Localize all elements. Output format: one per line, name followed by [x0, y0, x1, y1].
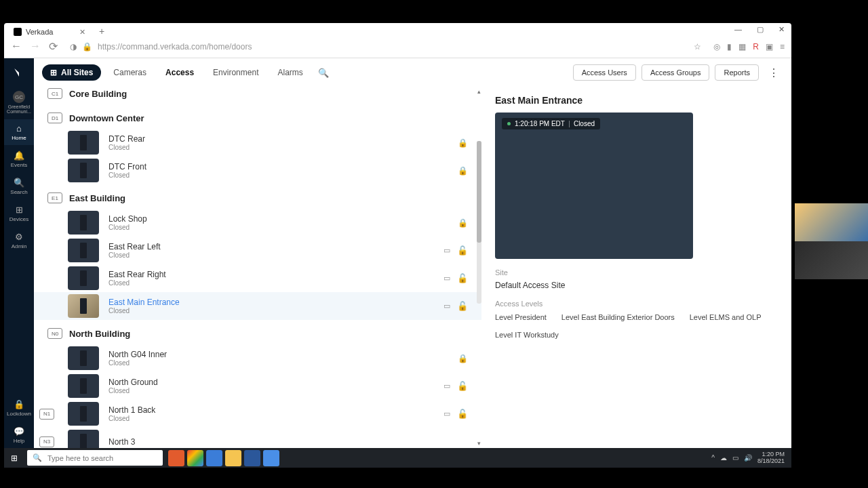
door-row[interactable]: N3North 3: [34, 428, 481, 448]
ext-icon-2[interactable]: ▮: [727, 42, 732, 52]
url-input[interactable]: ◑ 🔒 https://command.verkada.com/home/doo…: [64, 42, 707, 52]
task-icon-5[interactable]: [244, 450, 260, 466]
door-list[interactable]: ▴ ▾ C1Core BuildingD1Downtown CenterDTC …: [34, 87, 481, 448]
group-header[interactable]: D1Downtown Center: [34, 104, 481, 129]
access-level-item[interactable]: Level IT Workstudy: [495, 331, 559, 339]
card-reader-icon[interactable]: ▭: [443, 246, 450, 255]
door-row[interactable]: DTC FrontClosed🔒: [34, 157, 481, 184]
menu-icon[interactable]: ≡: [780, 42, 785, 52]
reports-button[interactable]: Reports: [715, 64, 759, 81]
more-menu-button[interactable]: ⋮: [764, 66, 783, 79]
door-row[interactable]: N1North 1 BackClosed▭🔓: [34, 400, 481, 428]
door-row[interactable]: North GroundClosed▭🔓: [34, 372, 481, 400]
site-selector[interactable]: ⊞ All Sites: [42, 64, 101, 81]
card-reader-icon[interactable]: ▭: [443, 274, 450, 283]
access-level-item[interactable]: Level President: [495, 313, 547, 321]
task-icon-3[interactable]: [206, 450, 222, 466]
door-status: Closed: [108, 359, 448, 367]
card-reader-icon[interactable]: ▭: [443, 302, 450, 310]
video-preview[interactable]: 1:20:18 PM EDT Closed: [495, 113, 693, 259]
card-reader-icon[interactable]: ▭: [443, 409, 450, 418]
start-button[interactable]: ⊞: [4, 448, 24, 468]
ext-icon-5[interactable]: ▣: [766, 42, 773, 52]
tab-environment[interactable]: Environment: [206, 64, 265, 81]
unlock-icon[interactable]: 🔓: [457, 273, 468, 283]
group-name: North Building: [69, 329, 130, 339]
door-row[interactable]: North G04 InnerClosed🔒: [34, 344, 481, 372]
site-value: Default Access Site: [495, 281, 778, 290]
reload-button[interactable]: ⟳: [49, 40, 58, 53]
task-icon-4[interactable]: [225, 450, 241, 466]
door-actions: ▭🔓: [443, 245, 468, 256]
door-status: Closed: [108, 171, 448, 179]
row-badge: N3: [39, 436, 54, 447]
group-header[interactable]: N0North Building: [34, 320, 481, 344]
tray-clock[interactable]: 1:20 PM 8/18/2021: [757, 451, 785, 465]
rail-org[interactable]: GC Greenfield Communi...: [4, 87, 34, 118]
rail-home[interactable]: ⌂ Home: [4, 119, 34, 145]
door-info: North 3: [108, 437, 458, 447]
tray-network-icon[interactable]: ▭: [732, 454, 738, 462]
levels-list: Level PresidentLevel East Building Exter…: [495, 313, 778, 339]
back-button[interactable]: ←: [11, 40, 22, 53]
task-icon-6[interactable]: [263, 450, 279, 466]
rail-search[interactable]: 🔍 Search: [4, 174, 34, 199]
close-window-button[interactable]: ✕: [776, 25, 787, 34]
browser-window: — ▢ ✕ Verkada ✕ + ← → ⟳ ◑ 🔒 https://comm…: [4, 23, 791, 448]
taskbar-search[interactable]: 🔍 Type here to search: [27, 450, 163, 466]
forward-button[interactable]: →: [30, 40, 41, 53]
unlock-icon[interactable]: 🔓: [457, 381, 468, 391]
door-row[interactable]: Lock ShopClosed🔒: [34, 209, 481, 237]
tab-cameras[interactable]: Cameras: [106, 64, 153, 81]
tray-cloud-icon[interactable]: ☁: [720, 454, 727, 462]
access-level-item[interactable]: Level East Building Exterior Doors: [561, 313, 675, 321]
group-header[interactable]: E1East Building: [34, 184, 481, 209]
rail-lockdown[interactable]: 🔒 Lockdown: [4, 395, 34, 421]
star-icon[interactable]: ☆: [694, 42, 701, 52]
scroll-up-icon[interactable]: ▴: [477, 88, 481, 95]
access-groups-button[interactable]: Access Groups: [642, 64, 710, 81]
tab-access[interactable]: Access: [159, 64, 201, 81]
door-row[interactable]: DTC RearClosed🔒: [34, 129, 481, 157]
rail-devices[interactable]: ⊞ Devices: [4, 201, 34, 226]
scroll-down-icon[interactable]: ▾: [477, 440, 481, 447]
group-header[interactable]: C1Core Building: [34, 87, 481, 104]
door-info: East Rear LeftClosed: [108, 242, 434, 259]
scrollbar-track[interactable]: [477, 141, 481, 304]
rail-admin[interactable]: ⚙ Admin: [4, 228, 34, 253]
rail-help[interactable]: 💬 Help: [4, 422, 34, 448]
ext-icon-3[interactable]: ▦: [738, 42, 746, 52]
maximize-button[interactable]: ▢: [754, 25, 766, 34]
minimize-button[interactable]: —: [732, 25, 745, 33]
door-row[interactable]: East Main EntranceClosed▭🔓: [34, 292, 481, 320]
access-users-button[interactable]: Access Users: [573, 64, 636, 81]
ext-icon-1[interactable]: ◎: [713, 42, 720, 52]
close-tab-button[interactable]: ✕: [79, 28, 85, 37]
task-icon-1[interactable]: [168, 450, 184, 466]
brand-logo[interactable]: [10, 64, 28, 81]
task-icon-2[interactable]: [187, 450, 203, 466]
scrollbar-thumb[interactable]: [477, 141, 481, 243]
tray-speaker-icon[interactable]: 🔊: [744, 454, 752, 462]
door-thumbnail: [68, 430, 99, 448]
org-avatar-icon: GC: [13, 91, 25, 103]
search-button[interactable]: 🔍: [315, 65, 332, 81]
unlock-icon[interactable]: 🔓: [457, 409, 468, 419]
rail-events[interactable]: 🔔 Events: [4, 146, 34, 172]
tab-alarms[interactable]: Alarms: [271, 64, 309, 81]
ext-icon-4[interactable]: R: [753, 42, 759, 52]
new-tab-button[interactable]: +: [99, 26, 104, 37]
rail-lockdown-label: Lockdown: [7, 411, 31, 417]
access-level-item[interactable]: Level ELMS and OLP: [690, 313, 762, 321]
unlock-icon[interactable]: 🔓: [457, 245, 468, 256]
tray-chevron-icon[interactable]: ^: [711, 454, 715, 462]
door-thumbnail: [68, 131, 99, 155]
door-row[interactable]: East Rear LeftClosed▭🔓: [34, 237, 481, 264]
card-reader-icon[interactable]: ▭: [443, 382, 450, 390]
door-row[interactable]: East Rear RightClosed▭🔓: [34, 264, 481, 292]
unlock-icon[interactable]: 🔓: [457, 301, 468, 311]
browser-tab[interactable]: Verkada ✕: [8, 23, 91, 41]
lock-icon: 🔒: [82, 42, 92, 52]
door-info: East Rear RightClosed: [108, 270, 434, 287]
gear-icon: ⚙: [15, 232, 23, 242]
